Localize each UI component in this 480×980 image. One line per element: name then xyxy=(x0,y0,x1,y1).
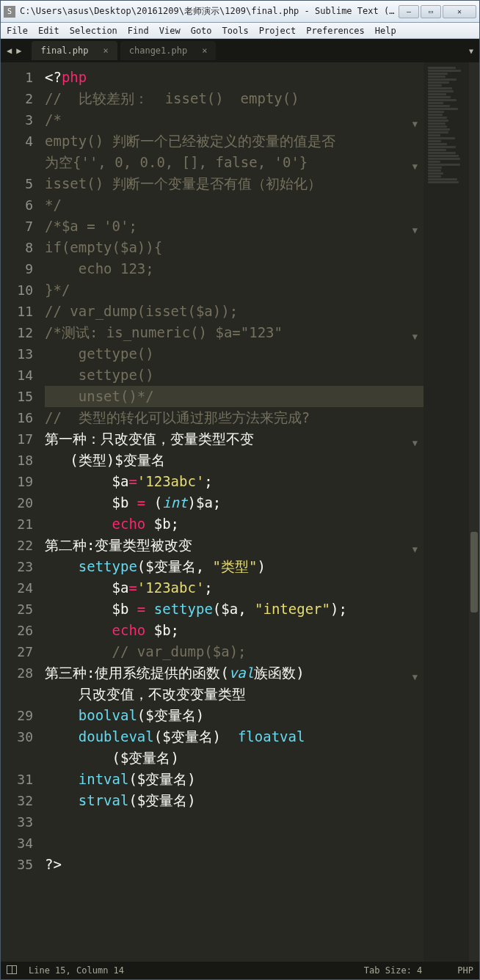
tab-final-php[interactable]: final.php× xyxy=(32,41,117,60)
editor-area: 1234567891011121314151617181920212223242… xyxy=(1,62,479,962)
tab-close-icon[interactable]: × xyxy=(103,45,109,56)
code-line[interactable]: strval($变量名) xyxy=(45,790,423,811)
line-number: 28 xyxy=(1,662,33,684)
code-line[interactable]: // 比较差别： isset() empty() xyxy=(45,88,423,109)
menu-tools[interactable]: Tools xyxy=(222,26,249,36)
panel-switcher-icon[interactable] xyxy=(7,965,18,976)
minimap[interactable] xyxy=(423,62,469,962)
line-number: 3 xyxy=(1,109,33,131)
code-line[interactable]: empty() 判断一个已经被定义的变量的值是否 xyxy=(45,131,423,152)
line-number: 15 xyxy=(1,386,33,407)
code-line[interactable]: ($变量名) xyxy=(45,747,423,769)
line-number: 18 xyxy=(1,450,33,471)
code-line[interactable]: /*▼ xyxy=(45,109,423,131)
line-number xyxy=(1,152,33,173)
code-line[interactable]: echo $b; xyxy=(45,513,423,535)
line-number: 31 xyxy=(1,769,33,790)
code-line[interactable]: if(empty($a)){ xyxy=(45,237,423,258)
code-line[interactable]: 只改变值，不改变变量类型 xyxy=(45,684,423,705)
menu-edit[interactable]: Edit xyxy=(38,26,59,36)
line-number: 25 xyxy=(1,599,33,620)
close-button[interactable]: ✕ xyxy=(443,5,476,18)
status-tab-size[interactable]: Tab Size: 4 xyxy=(364,965,422,976)
titlebar[interactable]: S C:\Users\asus\Desktop\20161209\老师演示\12… xyxy=(1,1,479,23)
line-number: 6 xyxy=(1,194,33,216)
code-line[interactable]: doubleval($变量名) floatval xyxy=(45,726,423,747)
code-line[interactable]: isset() 判断一个变量是否有值（初始化） xyxy=(45,173,423,194)
code-line[interactable]: // var_dump(isset($a)); xyxy=(45,301,423,322)
code-line[interactable]: <?php xyxy=(45,67,423,88)
code-line[interactable]: $a='123abc'; xyxy=(45,577,423,599)
menu-help[interactable]: Help xyxy=(375,26,396,36)
tab-close-icon[interactable]: × xyxy=(202,45,207,56)
code-line[interactable]: settype() xyxy=(45,365,423,386)
tabbar-menu-icon[interactable]: ▼ xyxy=(469,47,473,55)
line-number: 8 xyxy=(1,237,33,258)
tab-nav-arrows[interactable]: ◀ ▶ xyxy=(7,45,21,56)
code-line[interactable]: settype($变量名, "类型") xyxy=(45,556,423,577)
tab-label: change1.php xyxy=(129,45,187,56)
line-number: 24 xyxy=(1,577,33,599)
code-line[interactable]: unset()*/ xyxy=(45,386,423,407)
menu-preferences[interactable]: Preferences xyxy=(306,26,364,36)
line-number: 10 xyxy=(1,279,33,301)
code-line[interactable]: 为空{'', 0, 0.0, [], false, '0'}▼ xyxy=(45,152,423,173)
code-line[interactable]: echo 123; xyxy=(45,258,423,279)
menu-view[interactable]: View xyxy=(159,26,181,36)
code-line[interactable]: */ xyxy=(45,194,423,216)
code-line[interactable]: echo $b; xyxy=(45,620,423,641)
code-line[interactable]: /*测试: is_numeric() $a="123"▼ xyxy=(45,322,423,343)
code-line[interactable]: }*/ xyxy=(45,279,423,301)
line-number: 7 xyxy=(1,216,33,237)
maximize-button[interactable]: ▭ xyxy=(421,5,441,18)
status-language[interactable]: PHP xyxy=(457,965,473,976)
menu-file[interactable]: File xyxy=(7,26,28,36)
code-line[interactable]: $a='123abc'; xyxy=(45,471,423,492)
line-number: 21 xyxy=(1,513,33,535)
code-line[interactable]: (类型)$变量名 xyxy=(45,450,423,471)
line-number: 2 xyxy=(1,88,33,109)
status-line-col[interactable]: Line 15, Column 14 xyxy=(29,965,124,976)
line-number: 9 xyxy=(1,258,33,279)
line-number: 20 xyxy=(1,492,33,513)
tab-prev-icon[interactable]: ◀ xyxy=(7,45,12,56)
menu-selection[interactable]: Selection xyxy=(70,26,117,36)
code-line[interactable]: 第三种:使用系统提供的函数(val族函数)▼ xyxy=(45,662,423,684)
code-line[interactable] xyxy=(45,833,423,854)
tabbar: ◀ ▶ final.php×change1.php× ▼ xyxy=(1,39,479,62)
tab-change1-php[interactable]: change1.php× xyxy=(120,41,217,60)
vertical-scrollbar[interactable] xyxy=(469,62,479,962)
line-number: 34 xyxy=(1,833,33,854)
code-line[interactable]: $b = (int)$a; xyxy=(45,492,423,513)
menu-goto[interactable]: Goto xyxy=(191,26,212,36)
code-line[interactable]: boolval($变量名) xyxy=(45,705,423,726)
line-number: 30 xyxy=(1,726,33,747)
menu-find[interactable]: Find xyxy=(128,26,149,36)
tabs-container: final.php×change1.php× xyxy=(32,41,219,60)
code-line[interactable]: gettype() xyxy=(45,343,423,365)
code-line[interactable]: // 类型的转化可以通过那些方法来完成? xyxy=(45,407,423,428)
line-number: 1 xyxy=(1,67,33,88)
tab-next-icon[interactable]: ▶ xyxy=(16,45,21,56)
code-line[interactable]: // var_dump($a); xyxy=(45,641,423,662)
line-number: 26 xyxy=(1,620,33,641)
code-line[interactable]: $b = settype($a, "integer"); xyxy=(45,599,423,620)
minimize-button[interactable]: — xyxy=(399,5,419,18)
line-number xyxy=(1,684,33,705)
code-line[interactable] xyxy=(45,811,423,833)
code-editor[interactable]: <?php// 比较差别： isset() empty()/*▼empty() … xyxy=(40,62,423,962)
code-line[interactable]: 第二种:变量类型被改变▼ xyxy=(45,535,423,556)
window-buttons: — ▭ ✕ xyxy=(399,5,476,18)
menubar[interactable]: FileEditSelectionFindViewGotoToolsProjec… xyxy=(1,23,479,39)
line-number: 11 xyxy=(1,301,33,322)
line-number: 4 xyxy=(1,131,33,152)
line-number: 22 xyxy=(1,535,33,556)
code-line[interactable]: 第一种：只改变值，变量类型不变▼ xyxy=(45,428,423,450)
menu-project[interactable]: Project xyxy=(259,26,297,36)
code-line[interactable]: /*$a = '0';▼ xyxy=(45,216,423,237)
code-line[interactable]: ?> xyxy=(45,854,423,875)
code-line[interactable]: intval($变量名) xyxy=(45,769,423,790)
line-number: 27 xyxy=(1,641,33,662)
scroll-thumb[interactable] xyxy=(470,532,478,612)
line-number-gutter[interactable]: 1234567891011121314151617181920212223242… xyxy=(1,62,40,962)
